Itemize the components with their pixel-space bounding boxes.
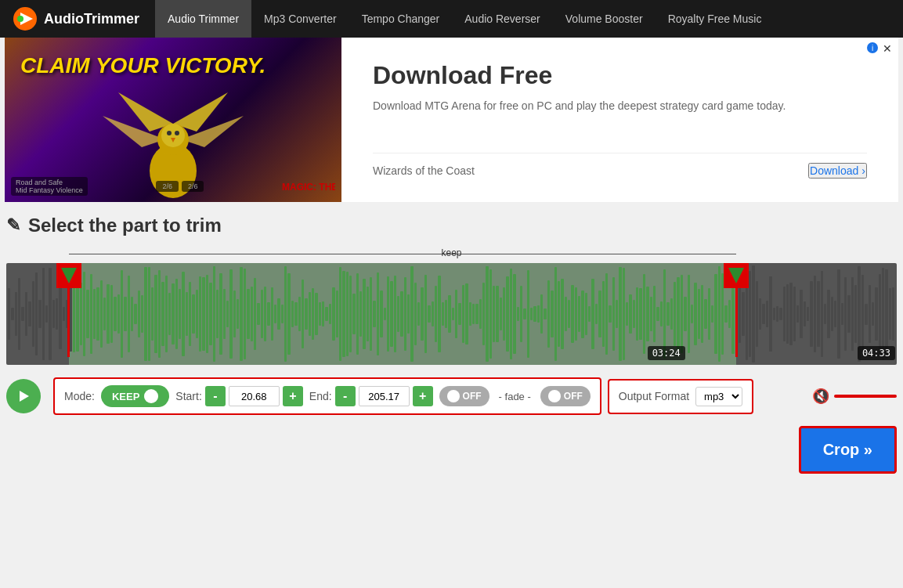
toggle-circle — [144, 389, 158, 403]
left-marker[interactable] — [56, 263, 81, 357]
svg-point-9 — [161, 124, 185, 147]
end-input-group: End: - + — [309, 386, 433, 406]
bottom-left-controls: Mode: KEEP Start: - + End: — [6, 377, 753, 415]
trim-controls: Mode: KEEP Start: - + End: — [53, 377, 601, 415]
toggle-off-left[interactable]: OFF — [439, 386, 489, 406]
edit-icon: ✎ — [6, 215, 20, 236]
svg-point-11 — [175, 131, 179, 135]
timestamp-end: 04:33 — [858, 346, 895, 360]
nav-links: Audio Trimmer Mp3 Converter Tempo Change… — [155, 0, 774, 38]
ad-close-icon[interactable]: ✕ — [883, 42, 892, 55]
end-increase-button[interactable]: + — [413, 386, 433, 406]
mode-toggle[interactable]: KEEP — [101, 385, 169, 407]
crop-button[interactable]: Crop » — [799, 426, 897, 474]
nav-mp3-converter[interactable]: Mp3 Converter — [251, 0, 349, 38]
crop-button-row: Crop » — [6, 426, 897, 474]
ad-title: Download Free — [373, 61, 867, 90]
ad-content: Download Free Download MTG Arena for fre… — [341, 38, 898, 202]
keep-line — [69, 254, 737, 254]
section-title-text: Select the part to trim — [28, 215, 222, 236]
output-format-label: Output Format — [619, 390, 689, 402]
waveform-container: keep 03:24 04: — [6, 247, 897, 365]
output-format-box: Output Format mp3 wav ogg — [608, 379, 753, 414]
start-input[interactable] — [229, 386, 280, 406]
svg-point-10 — [167, 131, 172, 135]
svg-text:MAGIC: THE GATHERING: MAGIC: THE GATHERING — [282, 182, 335, 193]
chevron-right-icon: › — [861, 164, 865, 177]
start-decrease-button[interactable]: - — [205, 386, 226, 406]
nav-volume-booster[interactable]: Volume Booster — [553, 0, 656, 38]
nav-audio-reverser[interactable]: Audio Reverser — [452, 0, 553, 38]
svg-point-2 — [17, 16, 23, 22]
start-label: Start: — [175, 390, 201, 402]
off-label-left: OFF — [463, 391, 482, 402]
fade-label: - fade - — [499, 391, 531, 402]
nav-royalty-free-music[interactable]: Royalty Free Music — [656, 0, 775, 38]
section-title: ✎ Select the part to trim — [6, 215, 897, 236]
ad-info-icon[interactable]: i — [867, 42, 878, 53]
controls-bar: Mode: KEEP Start: - + End: — [6, 377, 897, 415]
end-input[interactable] — [359, 386, 410, 406]
end-decrease-button[interactable]: - — [335, 386, 356, 406]
navbar: AudioTrimmer Audio Trimmer Mp3 Converter… — [0, 0, 903, 38]
volume-group: 🔇 — [812, 388, 897, 405]
keep-label: keep — [441, 247, 461, 258]
format-select[interactable]: mp3 wav ogg — [695, 387, 742, 406]
play-button[interactable] — [6, 379, 41, 413]
main-content: ✎ Select the part to trim keep — [0, 202, 903, 480]
volume-slider[interactable] — [834, 395, 897, 398]
end-label: End: — [309, 390, 332, 402]
nav-tempo-changer[interactable]: Tempo Changer — [349, 0, 453, 38]
off-label-right: OFF — [564, 391, 583, 402]
brand-name: AudioTrimmer — [44, 11, 139, 27]
start-increase-button[interactable]: + — [283, 386, 303, 406]
play-icon — [16, 389, 31, 403]
ad-download-button[interactable]: Download › — [808, 163, 867, 179]
start-input-group: Start: - + — [175, 386, 302, 406]
nav-audio-trimmer[interactable]: Audio Trimmer — [155, 0, 251, 38]
waveform-bars — [6, 263, 897, 365]
ad-image-text: CLAIM YOUR VICTORY. — [20, 53, 265, 78]
ad-footer: Wizards of the Coast Download › — [373, 153, 867, 179]
timestamp-mid: 03:24 — [648, 346, 685, 360]
brand-logo-icon — [13, 6, 38, 31]
ad-controls: i ✕ — [867, 42, 892, 55]
toggle-off-right[interactable]: OFF — [540, 386, 591, 406]
ad-company: Wizards of the Coast — [373, 164, 475, 177]
ad-image: CLAIM YOUR VICTORY. Road and SafeMid Fan… — [5, 38, 341, 202]
toggle-off-circle-right — [548, 390, 561, 402]
brand: AudioTrimmer — [13, 6, 139, 31]
svg-marker-14 — [20, 391, 29, 402]
waveform-track[interactable]: 03:24 04:33 — [6, 263, 897, 365]
ad-description: Download MTG Arena for free on PC and pl… — [373, 98, 867, 114]
mode-label: Mode: — [64, 390, 95, 402]
toggle-off-circle-left — [447, 390, 460, 402]
mute-icon[interactable]: 🔇 — [812, 388, 829, 405]
right-marker[interactable] — [724, 263, 749, 357]
ad-banner: CLAIM YOUR VICTORY. Road and SafeMid Fan… — [5, 38, 898, 202]
mode-value: KEEP — [112, 391, 139, 402]
